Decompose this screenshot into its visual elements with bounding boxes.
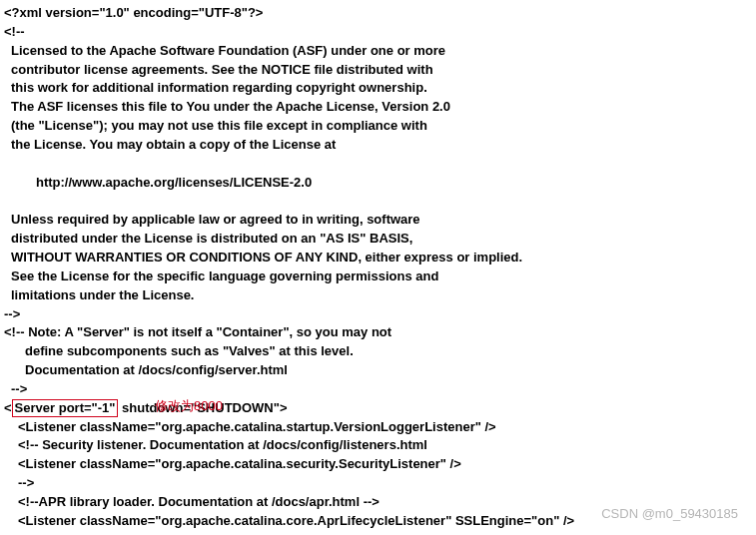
license-line: (the "License"); you may not use this fi… bbox=[4, 117, 751, 136]
license-line: Unless required by applicable law or agr… bbox=[4, 211, 751, 230]
edit-annotation: 修改为8000 bbox=[155, 397, 223, 415]
listener-line: <Listener className="org.apache.catalina… bbox=[4, 418, 751, 437]
license-line: limitations under the License. bbox=[4, 286, 751, 305]
license-line: distributed under the License is distrib… bbox=[4, 230, 751, 249]
note-line: <!-- Note: A "Server" is not itself a "C… bbox=[4, 323, 751, 342]
note-line: Documentation at /docs/config/server.htm… bbox=[4, 361, 751, 380]
listener-line: <Listener className="org.apache.catalina… bbox=[4, 455, 751, 474]
blank-line bbox=[4, 192, 751, 211]
license-line: this work for additional information reg… bbox=[4, 79, 751, 98]
license-line: See the License for the specific languag… bbox=[4, 268, 751, 286]
license-line: WITHOUT WARRANTIES OR CONDITIONS OF ANY … bbox=[4, 249, 751, 268]
license-url: http://www.apache.org/licenses/LICENSE-2… bbox=[4, 174, 751, 193]
comment-open: <!-- bbox=[4, 23, 751, 42]
server-line: <Server port="-1" shutdown="SHUTDOWN"> bbox=[4, 399, 751, 418]
listener-line: <Listener className="org.apache.catalina… bbox=[4, 512, 751, 531]
license-line: Licensed to the Apache Software Foundati… bbox=[4, 42, 751, 61]
comment-close: --> bbox=[4, 380, 751, 399]
comment-close: --> bbox=[4, 305, 751, 324]
lt-char: < bbox=[4, 400, 12, 415]
listener-line: --> bbox=[4, 474, 751, 493]
license-line: the License. You may obtain a copy of th… bbox=[4, 136, 751, 155]
blank-line bbox=[4, 155, 751, 174]
listener-line: <!-- Prevent memory leaks due to use of … bbox=[4, 531, 751, 535]
xml-content: <?xml version="1.0" encoding="UTF-8"?> <… bbox=[0, 0, 756, 535]
listener-line: <!--APR library loader. Documentation at… bbox=[4, 493, 751, 512]
note-line: define subcomponents such as "Valves" at… bbox=[4, 342, 751, 361]
listener-line: <!-- Security listener. Documentation at… bbox=[4, 436, 751, 455]
license-line: The ASF licenses this file to You under … bbox=[4, 98, 751, 117]
server-port-highlight: Server port="-1" bbox=[12, 399, 119, 418]
xml-declaration: <?xml version="1.0" encoding="UTF-8"?> bbox=[4, 4, 751, 23]
license-line: contributor license agreements. See the … bbox=[4, 61, 751, 80]
code-viewport[interactable]: <?xml version="1.0" encoding="UTF-8"?> <… bbox=[0, 0, 756, 535]
